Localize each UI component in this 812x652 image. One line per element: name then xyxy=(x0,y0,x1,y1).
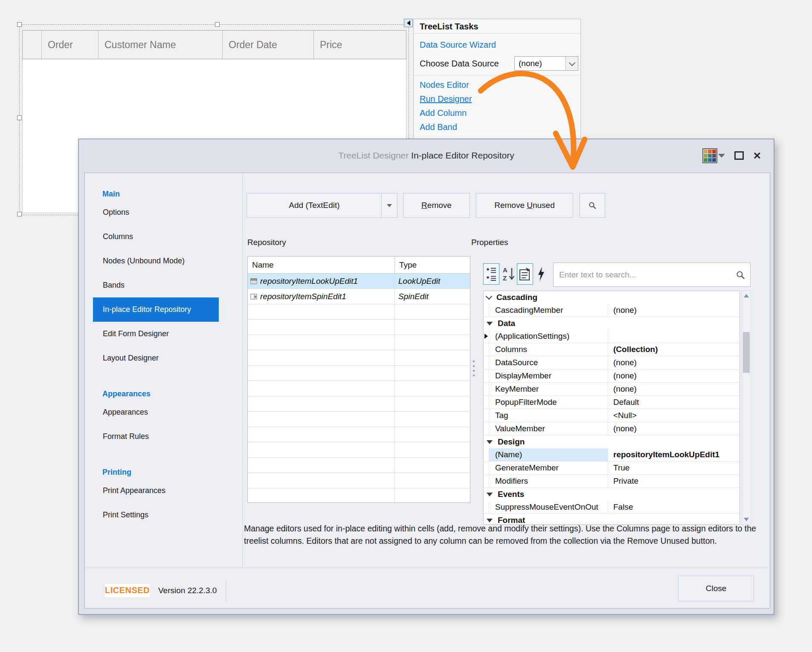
property-gutter xyxy=(484,409,489,422)
properties-search-input[interactable] xyxy=(554,270,736,280)
property-row[interactable]: (Name) repositoryItemLookUpEdit1 xyxy=(484,448,740,462)
alphabetical-sort-button[interactable]: A Z xyxy=(502,263,516,285)
sidebar-item[interactable]: Layout Designer xyxy=(93,346,219,370)
repository-empty-row[interactable] xyxy=(248,488,470,503)
property-row[interactable]: CascadingMember (none) xyxy=(484,304,740,317)
repository-column-name[interactable]: Name xyxy=(248,257,395,273)
skin-palette-button[interactable] xyxy=(702,148,725,163)
events-button[interactable] xyxy=(535,263,547,285)
tasks-popup-link[interactable]: Run Designer xyxy=(420,92,574,106)
add-button-dropdown[interactable] xyxy=(381,193,397,217)
property-row[interactable]: DataSource (none) xyxy=(484,356,740,369)
treelist-column-order-date[interactable]: Order Date xyxy=(223,31,314,59)
splitter-grip[interactable] xyxy=(473,361,475,376)
repository-empty-row[interactable] xyxy=(248,427,470,442)
properties-searchbox[interactable] xyxy=(553,263,751,287)
repository-empty-row[interactable] xyxy=(248,396,470,412)
add-texteditor-button[interactable]: Add (TextEdit) xyxy=(246,193,397,218)
selection-handle-top-middle[interactable] xyxy=(215,22,220,27)
sidebar-item[interactable]: Print Appearances xyxy=(93,479,219,503)
property-row[interactable]: SuppressMouseEventOnOut False xyxy=(484,501,740,514)
repository-empty-row[interactable] xyxy=(248,335,470,350)
property-value: (none) xyxy=(608,422,740,435)
tasks-popup-separator xyxy=(414,75,580,75)
close-button[interactable]: Close xyxy=(678,576,754,601)
repository-column-type[interactable]: Type xyxy=(395,257,470,273)
sidebar-item[interactable]: Nodes (Unbound Mode) xyxy=(93,249,219,273)
close-window-button[interactable]: × xyxy=(753,151,761,160)
triangle-up-icon xyxy=(744,294,749,297)
repository-empty-row[interactable] xyxy=(248,458,470,473)
property-row[interactable]: Modifiers Private xyxy=(484,475,740,488)
sidebar-item[interactable]: Options xyxy=(93,200,219,225)
sidebar-item[interactable]: In-place Editor Repository xyxy=(93,297,219,322)
treelist-column-price[interactable]: Price xyxy=(314,31,406,59)
search-button[interactable] xyxy=(580,193,605,218)
property-row[interactable]: KeyMember (none) xyxy=(484,383,740,396)
repository-row[interactable]: repositoryItemLookUpEdit1 LookUpEdit xyxy=(248,274,470,289)
repository-empty-row[interactable] xyxy=(248,320,470,335)
treelist-row-indicator-column xyxy=(23,31,42,59)
remove-unused-button[interactable]: Remove Unused xyxy=(476,193,573,218)
tasks-popup-link[interactable]: Add Band xyxy=(420,120,574,134)
sidebar-item[interactable]: Printing xyxy=(102,466,242,479)
data-source-wizard-link[interactable]: Data Source Wizard xyxy=(420,38,574,52)
add-button-label: Add (TextEdit) xyxy=(289,201,339,210)
data-source-combobox-value: (none) xyxy=(515,59,566,68)
repository-empty-row[interactable] xyxy=(248,473,470,488)
scrollbar-thumb[interactable] xyxy=(743,332,750,373)
tasks-popup-link[interactable]: Add Column xyxy=(420,106,574,120)
choose-data-source-row: Choose Data Source (none) xyxy=(420,56,578,71)
sidebar-item[interactable]: Appearances xyxy=(93,400,219,424)
property-row[interactable]: Tag <Null> xyxy=(484,409,740,422)
property-row[interactable]: ValueMember (none) xyxy=(484,422,740,436)
property-gutter xyxy=(484,356,489,369)
repository-empty-row[interactable] xyxy=(248,366,470,381)
dialog-title-prefix: TreeList Designer xyxy=(338,150,411,160)
scrollbar-up-button[interactable] xyxy=(742,291,751,300)
selection-handle-left-middle[interactable] xyxy=(17,115,22,120)
property-row[interactable]: PopupFilterMode Default xyxy=(484,396,740,409)
property-row[interactable]: Data xyxy=(484,317,740,330)
property-category: Data xyxy=(484,319,515,328)
repository-empty-row[interactable] xyxy=(248,381,470,396)
dialog-titlebar[interactable]: TreeList Designer In-place Editor Reposi… xyxy=(79,139,774,172)
property-pages-button[interactable] xyxy=(517,263,533,285)
maximize-button[interactable] xyxy=(734,151,744,160)
sidebar-item[interactable]: Columns xyxy=(93,225,219,249)
sidebar-item[interactable]: Print Settings xyxy=(93,503,219,527)
sidebar-item[interactable]: Edit Form Designer xyxy=(93,322,219,346)
repository-row[interactable]: repositoryItemSpinEdit1 SpinEdit xyxy=(248,289,470,304)
sidebar-item[interactable]: Format Rules xyxy=(93,424,219,449)
remove-button[interactable]: Remove xyxy=(403,193,470,218)
property-row[interactable]: Design xyxy=(484,436,740,448)
property-row[interactable]: Columns (Collection) xyxy=(484,343,740,356)
properties-scrollbar[interactable] xyxy=(742,291,751,525)
property-row[interactable]: (ApplicationSettings) xyxy=(484,330,740,343)
property-value: (none) xyxy=(608,369,740,382)
property-row[interactable]: Events xyxy=(484,488,740,501)
smart-tag-button[interactable] xyxy=(404,19,413,27)
repository-empty-row[interactable] xyxy=(248,412,470,427)
tasks-popup-link[interactable]: Nodes Editor xyxy=(420,78,574,92)
data-source-combobox[interactable]: (none) xyxy=(514,56,578,71)
categorized-view-button[interactable] xyxy=(483,263,499,285)
data-source-combobox-dropdown-button[interactable] xyxy=(566,57,578,70)
repository-empty-row[interactable] xyxy=(248,350,470,366)
property-category: Design xyxy=(484,437,525,447)
sidebar-item[interactable]: Bands xyxy=(93,273,219,297)
property-row[interactable]: Cascading xyxy=(484,291,740,304)
choose-data-source-label: Choose Data Source xyxy=(420,59,499,69)
repository-empty-row[interactable] xyxy=(248,442,470,458)
repository-empty-row[interactable] xyxy=(248,304,470,320)
sidebar-item[interactable]: Main xyxy=(102,188,242,200)
treelist-column-customer-name[interactable]: Customer Name xyxy=(99,31,223,59)
selection-handle-top-left[interactable] xyxy=(17,22,22,27)
page-description: Manage editors used for in-place editing… xyxy=(244,522,771,547)
property-row[interactable]: GenerateMember True xyxy=(484,462,740,475)
property-row[interactable]: DisplayMember (none) xyxy=(484,369,740,383)
spinedit-icon xyxy=(250,293,257,300)
treelist-column-order[interactable]: Order xyxy=(42,31,99,59)
selection-handle-bottom-left[interactable] xyxy=(17,212,22,216)
sidebar-item[interactable]: Appearances xyxy=(102,387,242,400)
